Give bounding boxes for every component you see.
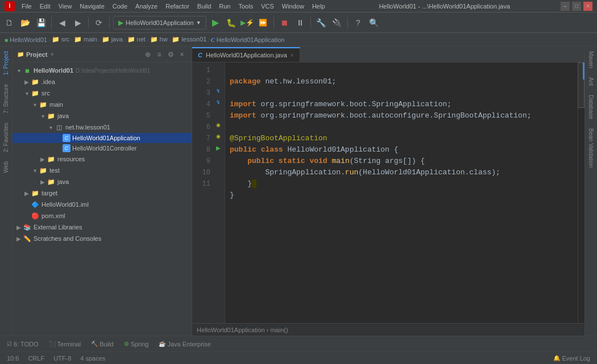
run-gutter-icon[interactable]: ▶ <box>216 145 221 151</box>
menu-help[interactable]: Help <box>309 2 329 11</box>
maximize-button[interactable]: □ <box>572 2 581 11</box>
right-tab-maven[interactable]: Maven <box>586 47 596 73</box>
sidebar-tab-structure[interactable]: 7: Structure <box>1 80 11 118</box>
minimap-scrollbar[interactable] <box>583 62 584 80</box>
sidebar-tab-web[interactable]: Web <box>1 157 11 177</box>
run-config-dropdown[interactable]: ▶ HelloWorld01Application ▼ <box>113 16 206 30</box>
status-line-ending[interactable]: CRLF <box>26 355 47 362</box>
panel-settings-btn[interactable]: ⚙ <box>165 49 176 60</box>
tree-item-src[interactable]: ▾ 📁 src <box>13 87 192 99</box>
panel-close-btn[interactable]: × <box>177 49 187 60</box>
breadcrumb-helloworld01[interactable]: ■ HelloWorld01 <box>5 36 47 43</box>
breadcrumb-hw[interactable]: 📁 hw <box>150 36 168 43</box>
toolbar-settings-btn[interactable]: 🔧 <box>314 16 328 30</box>
toolbar-sep1 <box>51 17 52 28</box>
editor-tabs: C HelloWorld01Application.java × <box>192 47 584 62</box>
menu-edit[interactable]: Edit <box>36 2 54 11</box>
run-with-coverage-btn[interactable]: ▶⚡ <box>241 16 254 30</box>
code-content[interactable]: package net.hw.lesson01; import org.spri… <box>225 62 578 323</box>
tree-item-root[interactable]: ▾ ■ HelloWorld01 D:\IdeaProjects\HelloWo… <box>13 65 192 76</box>
tree-item-java-test[interactable]: ▶ 📁 java <box>13 176 192 187</box>
menu-bar: I File Edit View Navigate Code Analyze R… <box>5 1 329 11</box>
right-tab-ant[interactable]: Ant <box>586 73 596 90</box>
status-cursor-position[interactable]: 10:6 <box>5 355 21 362</box>
menu-navigate[interactable]: Navigate <box>76 2 107 11</box>
source-root-icon: 📁 <box>47 111 56 120</box>
toolbar-help-btn[interactable]: ? <box>351 16 365 30</box>
tree-item-test[interactable]: ▾ 📁 test <box>13 165 192 176</box>
folder-icon: 📁 <box>39 100 48 109</box>
status-indent[interactable]: 4 spaces <box>78 355 107 362</box>
collapse-all-btn[interactable]: ≡ <box>154 49 164 60</box>
profile-btn[interactable]: ⏩ <box>256 16 270 30</box>
class-icon: C <box>63 144 71 152</box>
gutter: ↯ ↯ ◉ ◉ ▶ <box>215 62 225 323</box>
tree-item-package[interactable]: ▾ ◫ net.hw.lesson01 <box>13 122 192 133</box>
toolbar-open-btn[interactable]: 📂 <box>18 16 32 30</box>
bottom-tab-spring[interactable]: ⚙ Spring <box>119 338 154 350</box>
menu-analyze[interactable]: Analyze <box>132 2 161 11</box>
close-button[interactable]: ✕ <box>583 2 592 11</box>
tab-close-btn[interactable]: × <box>291 52 294 58</box>
tree-item-java-main[interactable]: ▾ 📁 java <box>13 110 192 122</box>
tree-item-resources[interactable]: ▶ 📁 resources <box>13 153 192 165</box>
toolbar-pause-btn[interactable]: ⏸ <box>293 16 307 30</box>
toolbar-forward-btn[interactable]: ▶ <box>71 16 85 30</box>
menu-refactor[interactable]: Refactor <box>162 2 193 11</box>
right-tab-bean-validation[interactable]: Bean Validation <box>586 124 596 172</box>
toolbar-stop-btn[interactable]: ⏹ <box>277 16 291 30</box>
tree-item-target[interactable]: ▶ 📁 target <box>13 187 192 199</box>
sidebar-tab-favorites[interactable]: 2: Favorites <box>1 118 11 157</box>
menu-code[interactable]: Code <box>109 2 131 11</box>
status-bar: 10:6 CRLF UTF-8 4 spaces 🔔 Event Log <box>0 352 597 364</box>
bottom-tab-java-enterprise[interactable]: ☕ Java Enterprise <box>154 338 215 350</box>
toolbar-new-btn[interactable]: 🗋 <box>2 16 16 30</box>
tree-item-idea[interactable]: ▶ 📁 .idea <box>13 76 192 87</box>
menu-run[interactable]: Run <box>215 2 234 11</box>
scratches-icon: ✏️ <box>23 234 32 243</box>
breadcrumb-net[interactable]: 📁 net <box>127 36 146 43</box>
breadcrumb-java[interactable]: 📁 java <box>102 36 123 43</box>
bottom-tab-terminal[interactable]: ⬛ Terminal <box>44 338 86 350</box>
project-panel-header: 📁 Project ▼ ⊕ ≡ ⚙ × <box>13 47 192 62</box>
iml-icon: 🔷 <box>31 200 40 209</box>
breadcrumb-src[interactable]: 📁 src <box>52 36 70 43</box>
minimize-button[interactable]: – <box>561 2 570 11</box>
toolbar-search-everywhere-btn[interactable]: 🔍 <box>367 16 381 30</box>
tree-item-scratches[interactable]: ▶ ✏️ Scratches and Consoles <box>13 233 192 244</box>
toolbar-save-btn[interactable]: 💾 <box>34 16 48 30</box>
menu-vcs[interactable]: VCS <box>258 2 277 11</box>
folder-icon: 📁 <box>31 189 40 198</box>
breadcrumb-class[interactable]: C HelloWorld01Application <box>211 36 284 43</box>
menu-build[interactable]: Build <box>194 2 214 11</box>
toolbar-sep4 <box>273 17 274 28</box>
debug-button[interactable]: 🐛 <box>225 16 238 30</box>
line-numbers: 1 2 3 4 5 6 7 8 9 10 11 <box>192 62 215 323</box>
tree-item-pom[interactable]: 🔴 pom.xml <box>13 210 192 221</box>
toolbar-back-btn[interactable]: ◀ <box>55 16 69 30</box>
editor-tab-main[interactable]: C HelloWorld01Application.java × <box>192 47 300 62</box>
locate-file-btn[interactable]: ⊕ <box>143 49 153 60</box>
breadcrumb-lesson01[interactable]: 📁 lesson01 <box>172 36 206 43</box>
bottom-tab-todo[interactable]: ☑ 6: TODO <box>2 338 43 350</box>
folder-icon: 📁 <box>39 166 48 175</box>
status-encoding[interactable]: UTF-8 <box>51 355 73 362</box>
right-tab-database[interactable]: Database <box>586 90 596 124</box>
toolbar-sdk-btn[interactable]: 🔌 <box>330 16 344 30</box>
breadcrumb-main[interactable]: 📁 main <box>74 36 97 43</box>
tree-item-iml[interactable]: 🔷 HelloWorld01.iml <box>13 199 192 210</box>
status-event-log[interactable]: 🔔 Event Log <box>551 355 592 362</box>
bottom-tab-build[interactable]: 🔨 Build <box>86 338 118 350</box>
tree-item-main-class[interactable]: C HelloWorld01Application <box>13 133 192 143</box>
menu-file[interactable]: File <box>18 2 35 11</box>
tree-item-controller-class[interactable]: C HelloWorld01Controller <box>13 143 192 153</box>
menu-view[interactable]: View <box>55 2 76 11</box>
tree-item-main[interactable]: ▾ 📁 main <box>13 99 192 110</box>
toolbar-sync-btn[interactable]: ⟳ <box>92 16 106 30</box>
run-button[interactable]: ▶ <box>209 16 222 30</box>
sidebar-tab-project[interactable]: 1: Project <box>1 47 11 80</box>
menu-tools[interactable]: Tools <box>235 2 256 11</box>
menu-window[interactable]: Window <box>279 2 308 11</box>
tab-class-icon: C <box>198 52 202 58</box>
tree-item-ext-libs[interactable]: ▶ 📚 External Libraries <box>13 221 192 233</box>
